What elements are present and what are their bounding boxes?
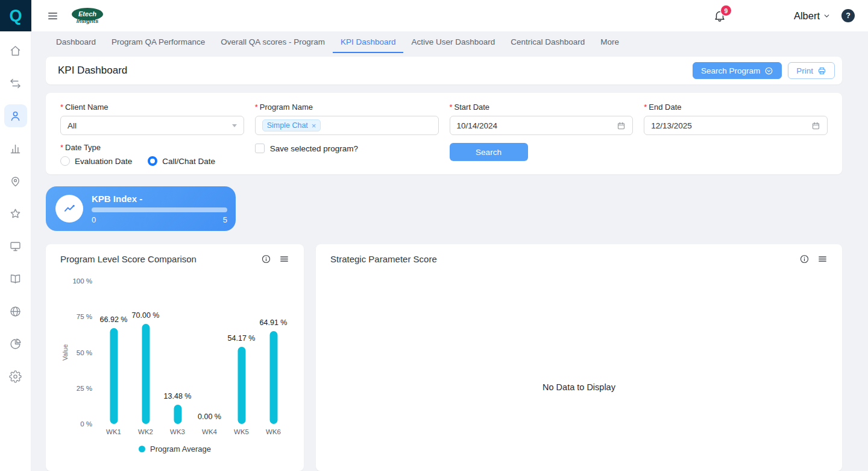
- program-name-label: * Program Name: [255, 103, 439, 112]
- program-name-field: * Program Name Simple Chat ×: [255, 103, 439, 135]
- monitor-icon: [9, 240, 22, 253]
- tab-dashboard[interactable]: Dashboard: [48, 31, 104, 53]
- no-data-message: No Data to Display: [330, 382, 828, 392]
- charts-row: Program Level Score Comparison Value: [46, 244, 842, 471]
- radio-call-chat-date-label: Call/Chat Date: [162, 157, 215, 166]
- chart-info-button[interactable]: [261, 254, 271, 264]
- end-date-input[interactable]: [651, 121, 711, 130]
- search-program-button[interactable]: Search Program: [693, 62, 782, 79]
- sidebar-item-locations[interactable]: [4, 169, 27, 192]
- kpb-icon-circle: [55, 195, 83, 223]
- user-name: Albert: [794, 10, 820, 22]
- x-axis-label: WK3: [162, 428, 193, 435]
- help-button[interactable]: ?: [841, 9, 855, 22]
- bar-chart: Value 100 % 75 % 50 % 25 % 0 % 66.92 %: [60, 281, 289, 424]
- kpb-scale: 0 5: [92, 215, 227, 224]
- tab-centrical-dashboard[interactable]: Centrical Dashboard: [503, 31, 593, 53]
- tab-kpi-dashboard[interactable]: KPI Dashboard: [333, 31, 404, 53]
- y-tick: 75 %: [77, 313, 92, 320]
- checkbox-unchecked-icon[interactable]: [255, 144, 265, 153]
- kpb-min: 0: [92, 215, 96, 224]
- program-chip-label: Simple Chat: [267, 121, 308, 130]
- bar-chart-icon: [9, 142, 22, 155]
- bar-value-label: 0.00 %: [198, 413, 221, 421]
- hamburger-icon: [47, 10, 58, 22]
- tab-active-user-dashboard[interactable]: Active User Dashboard: [403, 31, 503, 53]
- q-logo-glyph: Q: [9, 7, 22, 25]
- radio-evaluation-date[interactable]: Evaluation Date: [60, 156, 132, 166]
- filters-card: * Client Name All * Program Name: [46, 93, 842, 174]
- tab-overall-qa-scores-program[interactable]: Overall QA scores - Program: [213, 31, 333, 53]
- pie-chart-icon: [9, 338, 22, 350]
- sidebar-item-transfer[interactable]: [4, 72, 27, 95]
- date-type-field: * Date Type Evaluation Date Call/Chat Da…: [60, 143, 244, 166]
- save-program-checkbox-row[interactable]: Save selected program?: [255, 144, 439, 153]
- settings-gear-icon: [9, 370, 22, 383]
- title-actions: Search Program Print: [693, 62, 835, 79]
- sidebar-item-users[interactable]: [4, 104, 27, 127]
- calendar-icon[interactable]: [617, 121, 626, 130]
- search-program-label: Search Program: [701, 66, 760, 75]
- sidebar-item-settings[interactable]: [4, 365, 27, 388]
- program-level-score-card: Program Level Score Comparison Value: [46, 244, 304, 471]
- chart-menu-button[interactable]: [817, 254, 828, 264]
- required-asterisk: *: [255, 103, 258, 112]
- bar: [237, 347, 245, 424]
- app-logo[interactable]: Q: [0, 0, 31, 31]
- legend-label: Program Average: [150, 444, 211, 454]
- globe-icon: [9, 305, 22, 318]
- end-date-field: * End Date: [644, 103, 828, 135]
- swap-icon: [9, 77, 22, 90]
- sidebar-item-reports[interactable]: [4, 137, 27, 160]
- tab-more[interactable]: More: [593, 31, 627, 53]
- save-program-label: Save selected program?: [270, 144, 358, 153]
- sidebar-item-favorites[interactable]: [4, 202, 27, 225]
- radio-call-chat-date[interactable]: Call/Chat Date: [148, 156, 215, 166]
- x-axis-label: WK2: [130, 428, 162, 435]
- sidebar-item-monitoring[interactable]: [4, 235, 27, 258]
- client-name-field: * Client Name All: [60, 103, 244, 135]
- chart-menu-button[interactable]: [279, 254, 289, 264]
- y-axis: 100 % 75 % 50 % 25 % 0 %: [70, 281, 98, 424]
- y-tick: 0 %: [80, 420, 92, 428]
- etech-insights-logo[interactable]: Etech Insights: [72, 8, 103, 24]
- notifications-button[interactable]: 9: [713, 9, 726, 22]
- sidebar-item-analytics[interactable]: [4, 332, 27, 355]
- chart-menu-icon: [279, 254, 289, 264]
- sidebar-item-library[interactable]: [4, 267, 27, 290]
- search-field: Search: [450, 143, 634, 166]
- kpb-progress-track: [92, 207, 227, 212]
- kpb-index-card[interactable]: KPB Index - 0 5: [46, 186, 236, 231]
- bar-value-label: 70.00 %: [132, 311, 160, 320]
- user-icon: [9, 110, 22, 122]
- bar-column-wk6: 64.91 %: [257, 281, 289, 424]
- sidebar-item-home[interactable]: [4, 39, 27, 62]
- search-button[interactable]: Search: [450, 143, 528, 161]
- date-type-options: Evaluation Date Call/Chat Date: [60, 156, 244, 166]
- required-asterisk: *: [60, 143, 63, 152]
- program-name-multiselect[interactable]: Simple Chat ×: [255, 116, 439, 135]
- print-button[interactable]: Print: [788, 62, 835, 79]
- start-date-picker[interactable]: [450, 116, 634, 135]
- bar: [174, 405, 181, 424]
- star-icon: [9, 207, 22, 220]
- chip-remove-icon[interactable]: ×: [312, 122, 316, 130]
- menu-toggle-button[interactable]: [47, 10, 58, 22]
- calendar-icon[interactable]: [811, 121, 820, 130]
- sidebar-item-web[interactable]: [4, 300, 27, 323]
- kpb-max: 5: [223, 215, 227, 224]
- page-content: KPI Dashboard Search Program Print: [31, 53, 868, 471]
- kpb-title: KPB Index -: [92, 194, 227, 204]
- end-date-picker[interactable]: [644, 116, 828, 135]
- client-name-select[interactable]: All: [60, 116, 244, 135]
- required-asterisk: *: [60, 103, 63, 112]
- user-menu[interactable]: Albert: [794, 10, 831, 22]
- start-date-input[interactable]: [457, 121, 517, 130]
- tab-program-qa-performance[interactable]: Program QA Performance: [104, 31, 213, 53]
- page-title-card: KPI Dashboard Search Program Print: [46, 57, 842, 84]
- bar-column-wk2: 70.00 %: [130, 281, 162, 424]
- save-program-field: Save selected program?: [255, 143, 439, 166]
- dashboard-tabs: Dashboard Program QA Performance Overall…: [31, 31, 868, 53]
- chart-info-button[interactable]: [799, 254, 810, 264]
- chart-legend[interactable]: Program Average: [60, 444, 289, 454]
